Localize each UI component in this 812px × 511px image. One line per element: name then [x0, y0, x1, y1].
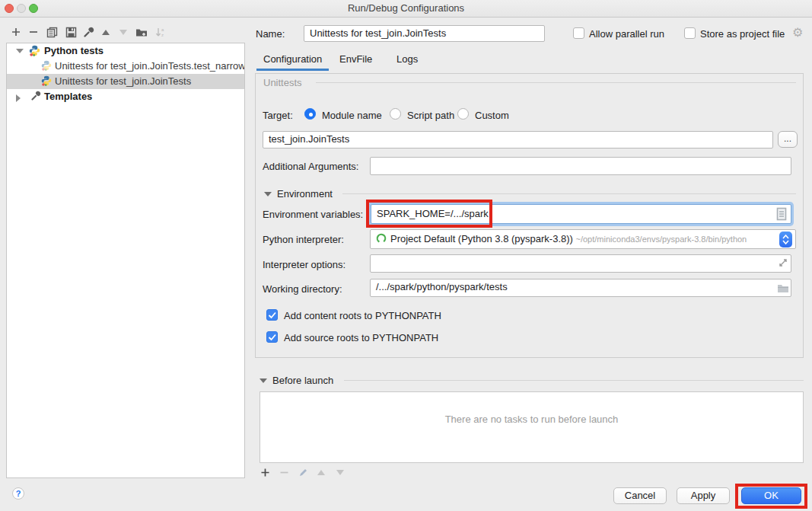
active-tab-underline: [256, 69, 329, 71]
tab-envfile[interactable]: EnvFile: [339, 53, 372, 65]
tree-item-jointests-selected[interactable]: Unittests for test_join.JoinTests: [7, 74, 244, 89]
interpreter-options-input[interactable]: [370, 254, 791, 273]
chevron-right-icon[interactable]: [16, 94, 21, 102]
before-launch-title: Before launch: [272, 375, 333, 386]
chevron-down-icon[interactable]: [16, 49, 24, 53]
help-button[interactable]: ?: [12, 487, 24, 500]
copy-configuration-icon[interactable]: [45, 25, 59, 39]
radio-script-path[interactable]: [390, 108, 401, 120]
title-bar: Run/Debug Configurations: [0, 0, 812, 18]
sort-alphabetically-icon: az: [153, 25, 167, 39]
move-up-icon[interactable]: [99, 25, 113, 39]
tree-item-label: Unittests for test_join.JoinTests.test_n…: [55, 59, 245, 74]
name-label: Name:: [256, 28, 285, 40]
add-task-button[interactable]: [258, 465, 272, 479]
environment-collapse-icon[interactable]: [264, 192, 272, 196]
svg-text:a: a: [161, 27, 164, 32]
python-test-icon: [41, 75, 53, 88]
move-task-up-icon: [314, 465, 328, 479]
run-debug-configurations-dialog: Run/Debug Configurations az Python tests: [0, 0, 812, 511]
tree-item-templates[interactable]: Templates: [7, 89, 244, 104]
add-content-roots-label: Add content roots to PYTHONPATH: [284, 310, 441, 321]
allow-parallel-run-checkbox[interactable]: [573, 27, 584, 39]
unittests-group-title: Unittests: [263, 77, 302, 88]
move-task-down-icon: [333, 465, 347, 479]
module-name-input[interactable]: test_join.JoinTests: [263, 131, 773, 149]
tree-item-label: Unittests for test_join.JoinTests: [55, 74, 191, 89]
tree-item-label: Templates: [44, 89, 92, 104]
cancel-button[interactable]: Cancel: [613, 487, 667, 504]
store-as-project-file-label: Store as project file: [700, 28, 785, 40]
new-folder-icon[interactable]: [135, 25, 148, 39]
tree-item-python-tests[interactable]: Python tests: [7, 43, 244, 59]
radio-module-name[interactable]: [304, 108, 316, 120]
python-tests-icon: [29, 45, 41, 57]
radio-module-name-label[interactable]: Module name: [322, 110, 382, 121]
additional-arguments-label: Additional Arguments:: [263, 161, 358, 172]
environment-variables-label: Environment variables:: [263, 209, 363, 220]
tab-logs[interactable]: Logs: [396, 53, 418, 65]
group-divider: [316, 82, 796, 83]
tree-item-test-narrow[interactable]: Unittests for test_join.JoinTests.test_n…: [7, 59, 244, 74]
working-directory-input[interactable]: /.../spark/python/pyspark/tests: [370, 279, 791, 297]
group-divider: [344, 380, 804, 381]
add-content-roots-checkbox[interactable]: [266, 309, 278, 321]
edit-pencil-icon: [296, 465, 310, 479]
remove-configuration-button[interactable]: [27, 25, 40, 39]
before-launch-collapse-icon[interactable]: [260, 378, 267, 383]
radio-custom[interactable]: [457, 108, 469, 120]
remove-task-button: [277, 465, 291, 479]
environment-section-title: Environment: [277, 188, 333, 200]
before-launch-empty-text: There are no tasks to run before launch: [260, 414, 803, 425]
tab-configuration[interactable]: Configuration: [263, 53, 322, 65]
add-source-roots-checkbox[interactable]: [266, 331, 278, 343]
conda-env-icon: [376, 233, 387, 248]
folder-icon[interactable]: [777, 283, 789, 296]
before-launch-task-list: There are no tasks to run before launch: [260, 391, 804, 463]
interpreter-options-label: Interpreter options:: [263, 259, 345, 270]
additional-arguments-input[interactable]: [370, 157, 791, 175]
python-interpreter-select[interactable]: Project Default (Python 3.8 (pyspark-3.8…: [370, 229, 796, 249]
allow-parallel-run-label: Allow parallel run: [589, 28, 664, 40]
radio-custom-label[interactable]: Custom: [475, 110, 509, 121]
expand-field-icon[interactable]: [778, 257, 788, 271]
name-input[interactable]: Unittests for test_join.JoinTests: [304, 25, 545, 42]
python-interpreter-label: Python interpreter:: [263, 234, 344, 245]
browse-env-vars-icon[interactable]: [776, 207, 787, 224]
working-directory-label: Working directory:: [263, 283, 342, 295]
configurations-tree: Python tests Unittests for test_join.Joi…: [6, 43, 245, 478]
store-as-project-file-checkbox[interactable]: [684, 27, 696, 39]
environment-variables-input[interactable]: SPARK_HOME=/.../spark: [371, 204, 791, 224]
svg-text:z: z: [161, 33, 164, 37]
combo-stepper-icon[interactable]: [779, 232, 792, 248]
save-configuration-icon[interactable]: [64, 25, 78, 39]
gear-icon[interactable]: ⚙: [792, 25, 803, 40]
python-test-icon: [41, 60, 53, 72]
window-title: Run/Debug Configurations: [0, 2, 812, 14]
templates-wrench-icon: [30, 91, 43, 103]
ok-button[interactable]: OK: [741, 487, 801, 504]
add-configuration-button[interactable]: [9, 25, 23, 39]
browse-module-button[interactable]: ...: [778, 131, 798, 148]
edit-templates-wrench-icon[interactable]: [81, 25, 95, 39]
radio-script-path-label[interactable]: Script path: [407, 110, 454, 121]
group-divider: [342, 193, 796, 194]
apply-button[interactable]: Apply: [677, 487, 730, 504]
move-down-icon: [116, 25, 130, 39]
add-source-roots-label: Add source roots to PYTHONPATH: [284, 332, 438, 343]
tree-item-label: Python tests: [44, 43, 103, 59]
target-label: Target:: [263, 110, 293, 121]
